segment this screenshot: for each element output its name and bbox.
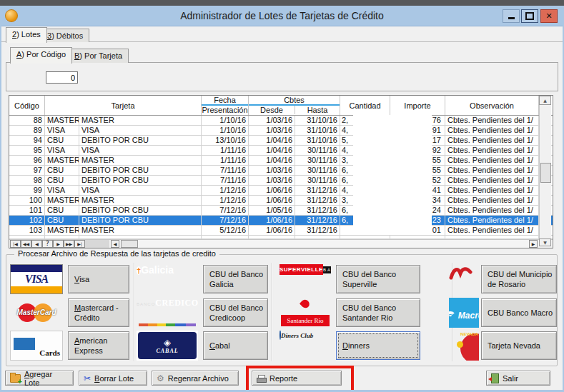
cell-presentacion: 7/12/16: [202, 206, 249, 215]
cell-tarjeta: DEBITO POR CBU: [79, 176, 202, 185]
macro-logo: Macro: [449, 298, 479, 328]
cell-tarjeta: DEBITO POR CBU: [79, 206, 202, 215]
table-row[interactable]: 99VISAVISA1/12/161/06/1631/12/164,41Cbte…: [9, 186, 553, 196]
agregar-lote-button[interactable]: Agregar Lote: [5, 371, 74, 386]
hscroll-left-button[interactable]: ◀: [111, 240, 119, 248]
table-row[interactable]: 98CBUDEBITO POR CBU7/11/161/03/1630/11/1…: [9, 176, 553, 186]
cbu-del-municipio-de-rosario-button[interactable]: CBU del Municipio de Rosario: [481, 265, 557, 293]
table-row[interactable]: 89VISAVISA1/10/161/03/1631/10/164,91Cbte…: [9, 126, 553, 136]
cell-desde: 1/04/16: [249, 136, 295, 145]
cell-codigo: 102: [9, 216, 45, 225]
vscroll-thumb[interactable]: [540, 163, 551, 183]
cell-tipo: CBU: [45, 136, 79, 145]
cbu-del-banco-superville-button[interactable]: CBU del Banco Superville: [336, 265, 420, 293]
nav-button-2[interactable]: ◀: [31, 240, 42, 248]
cell-observacion: Cbtes. Pendientes del 1/: [445, 206, 539, 215]
subtab-por-tarjeta[interactable]: B) Por Tarjeta: [68, 49, 129, 63]
table-header: Código Tarjeta Fecha Presentación Cbtes …: [9, 96, 553, 116]
nav-button-1[interactable]: ◀◀: [21, 240, 31, 248]
cell-codigo: 100: [9, 196, 45, 205]
cbu-del-banco-credicoop-button[interactable]: CBU del Banco Credicoop: [203, 298, 268, 327]
cell-desde: 1/03/16: [249, 116, 295, 125]
table-row[interactable]: 96MASTERMASTER1/11/161/04/1630/11/163,55…: [9, 156, 553, 166]
cell-desde: 1/06/16: [249, 226, 295, 235]
card-button-label: Visa: [74, 274, 89, 284]
cbu-banco-macro-button[interactable]: CBU Banco Macro: [481, 298, 557, 327]
cell-cantidad: [340, 236, 390, 238]
maximize-button[interactable]: [521, 9, 538, 23]
mastercard-cr-dito-button[interactable]: Mastercard - Crédito: [68, 298, 129, 327]
cell-desde: 1/06/16: [249, 196, 295, 205]
nav-button-0[interactable]: |◀: [10, 240, 21, 248]
cell-codigo: 94: [9, 136, 45, 145]
cell-codigo: 95: [9, 146, 45, 155]
tarjeta-nevada-button[interactable]: Tarjeta Nevada: [481, 331, 557, 360]
hscroll-thumb[interactable]: [121, 240, 138, 248]
card-button-label: CBU del Banco Superville: [342, 269, 420, 289]
card-button-label: Tarjeta Nevada: [488, 341, 540, 351]
reporte-button[interactable]: Reporte: [252, 371, 342, 386]
cell-tarjeta: MASTER: [79, 156, 202, 165]
cell-presentacion: 1/11/16: [202, 146, 249, 155]
minimize-button[interactable]: [503, 9, 520, 23]
table-row[interactable]: 94CBUDEBITO POR CBU13/10/161/04/1631/10/…: [9, 136, 553, 146]
cell-observacion: Cbtes. Pendientes del 1/: [445, 196, 539, 205]
cell-hasta: 31/10/16: [295, 116, 340, 125]
regenerar-archivo-button[interactable]: ⚙ Regenrar Archivo: [152, 371, 239, 386]
cell-codigo: [9, 236, 45, 238]
amex-logo: Cards: [10, 331, 63, 361]
american-express-button[interactable]: American Express: [68, 331, 129, 360]
table-row[interactable]: 102CBUDEBITO POR CBU7/12/161/06/1631/12/…: [9, 216, 553, 226]
vscroll-down-button[interactable]: ▼: [539, 238, 551, 246]
nav-button-6[interactable]: ▶|: [74, 240, 85, 248]
santander-logo: Santander Río: [279, 298, 331, 328]
cbu-del-banco-galicia-button[interactable]: CBU del Banco Galicia: [203, 265, 268, 293]
nav-button-3[interactable]: ?: [42, 240, 53, 248]
cell-hasta: 31/12/16: [295, 216, 340, 225]
desktop-top-strip: [0, 0, 564, 6]
table-row[interactable]: 97CBUDEBITO POR CBU7/11/161/03/1630/11/1…: [9, 166, 553, 176]
table-row[interactable]: 103MASTERMASTER5/12/161/06/1631/12/1601C…: [9, 226, 553, 236]
cell-desde: 1/04/16: [249, 156, 295, 165]
nav-button-5[interactable]: ▶▶: [64, 240, 74, 248]
cell-observacion: Cbtes. Pendientes del 1/: [445, 186, 539, 195]
tab-debitos[interactable]: 3) Débitos: [41, 29, 89, 42]
table-row[interactable]: 100MASTERMASTER1/12/161/06/1631/12/163,3…: [9, 196, 553, 206]
vscroll-up-button[interactable]: ▲: [539, 96, 551, 105]
cell-tipo: MASTER: [45, 116, 79, 125]
section-divider: [272, 263, 272, 361]
minimize-icon: [508, 17, 515, 19]
table-row[interactable]: 95VISAVISA1/11/161/04/1630/11/164,92Cbte…: [9, 146, 553, 156]
cell-hasta: 31/12/16: [295, 226, 340, 235]
table-row[interactable]: 101CBUDEBITO POR CBU7/12/161/05/1631/12/…: [9, 206, 553, 216]
table-row[interactable]: 88MASTERMASTER1/10/161/03/1631/10/162,76…: [9, 116, 553, 126]
cell-tarjeta: VISA: [79, 146, 202, 155]
dinners-button[interactable]: Dinners: [336, 331, 420, 360]
header-codigo: Código: [9, 96, 45, 115]
cell-tarjeta: DEBITO POR CBU: [79, 136, 202, 145]
cell-codigo: 101: [9, 206, 45, 215]
codigo-filter-input[interactable]: [46, 71, 78, 84]
cbu-del-banco-santander-rio-button[interactable]: CBU del Banco Santander Rio: [336, 298, 420, 327]
hscroll-right-button[interactable]: ▶: [529, 240, 538, 248]
nav-button-4[interactable]: ▶: [53, 240, 64, 248]
cell-hasta: 31/12/16: [295, 206, 340, 215]
cell-presentacion: 5/12/16: [202, 226, 249, 235]
cell-hasta: 31/10/16: [295, 136, 340, 145]
subtab-por-codigo[interactable]: A) Por Código: [10, 47, 72, 64]
close-button[interactable]: ✕: [540, 9, 558, 23]
cell-desde: 1/05/16: [249, 206, 295, 215]
cell-presentacion: 1/12/16: [202, 186, 249, 195]
borrar-lote-button[interactable]: ✂ Borrar Lote: [79, 371, 147, 386]
cell-observacion: Cbtes. Pendientes del 1/: [445, 126, 539, 135]
grid-body: 88MASTERMASTER1/10/161/03/1631/10/162,76…: [9, 116, 553, 239]
cell-codigo: 96: [9, 156, 45, 165]
visa-button[interactable]: Visa: [68, 265, 129, 293]
cell-hasta: 30/11/16: [295, 166, 340, 175]
header-presentacion: Presentación: [202, 106, 248, 114]
diners-logo: Diners Club: [279, 331, 331, 361]
salir-label: Salir: [503, 374, 518, 383]
cabal-button[interactable]: Cabal: [203, 331, 268, 360]
salir-button[interactable]: Salir: [486, 371, 550, 386]
tab-lotes[interactable]: 2) Lotes: [6, 27, 47, 43]
